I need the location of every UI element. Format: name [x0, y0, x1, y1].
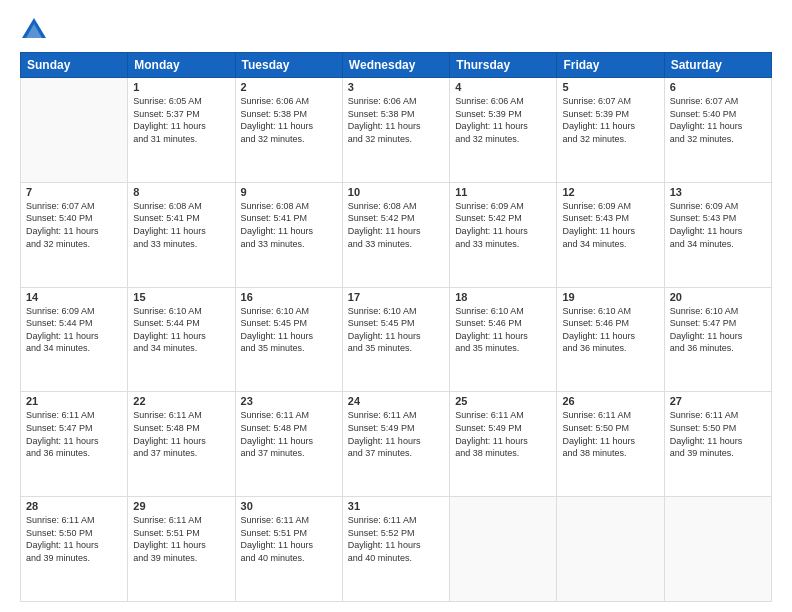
day-number: 21	[26, 395, 122, 407]
calendar-cell: 10Sunrise: 6:08 AM Sunset: 5:42 PM Dayli…	[342, 182, 449, 287]
day-number: 14	[26, 291, 122, 303]
cell-info: Sunrise: 6:05 AM Sunset: 5:37 PM Dayligh…	[133, 95, 229, 145]
day-number: 24	[348, 395, 444, 407]
cell-info: Sunrise: 6:09 AM Sunset: 5:43 PM Dayligh…	[670, 200, 766, 250]
cell-info: Sunrise: 6:10 AM Sunset: 5:44 PM Dayligh…	[133, 305, 229, 355]
cell-info: Sunrise: 6:07 AM Sunset: 5:40 PM Dayligh…	[26, 200, 122, 250]
calendar-cell: 25Sunrise: 6:11 AM Sunset: 5:49 PM Dayli…	[450, 392, 557, 497]
calendar-cell: 13Sunrise: 6:09 AM Sunset: 5:43 PM Dayli…	[664, 182, 771, 287]
day-number: 31	[348, 500, 444, 512]
cell-info: Sunrise: 6:11 AM Sunset: 5:50 PM Dayligh…	[670, 409, 766, 459]
calendar-header-sunday: Sunday	[21, 53, 128, 78]
day-number: 25	[455, 395, 551, 407]
cell-info: Sunrise: 6:10 AM Sunset: 5:46 PM Dayligh…	[455, 305, 551, 355]
cell-info: Sunrise: 6:10 AM Sunset: 5:45 PM Dayligh…	[241, 305, 337, 355]
day-number: 8	[133, 186, 229, 198]
calendar-week-3: 21Sunrise: 6:11 AM Sunset: 5:47 PM Dayli…	[21, 392, 772, 497]
day-number: 12	[562, 186, 658, 198]
day-number: 28	[26, 500, 122, 512]
calendar-cell: 3Sunrise: 6:06 AM Sunset: 5:38 PM Daylig…	[342, 78, 449, 183]
calendar-cell: 4Sunrise: 6:06 AM Sunset: 5:39 PM Daylig…	[450, 78, 557, 183]
page: SundayMondayTuesdayWednesdayThursdayFrid…	[0, 0, 792, 612]
cell-info: Sunrise: 6:08 AM Sunset: 5:42 PM Dayligh…	[348, 200, 444, 250]
calendar-week-2: 14Sunrise: 6:09 AM Sunset: 5:44 PM Dayli…	[21, 287, 772, 392]
logo	[20, 16, 52, 44]
day-number: 9	[241, 186, 337, 198]
calendar-cell: 9Sunrise: 6:08 AM Sunset: 5:41 PM Daylig…	[235, 182, 342, 287]
calendar-cell: 5Sunrise: 6:07 AM Sunset: 5:39 PM Daylig…	[557, 78, 664, 183]
calendar-week-0: 1Sunrise: 6:05 AM Sunset: 5:37 PM Daylig…	[21, 78, 772, 183]
cell-info: Sunrise: 6:09 AM Sunset: 5:42 PM Dayligh…	[455, 200, 551, 250]
cell-info: Sunrise: 6:11 AM Sunset: 5:49 PM Dayligh…	[348, 409, 444, 459]
day-number: 30	[241, 500, 337, 512]
cell-info: Sunrise: 6:09 AM Sunset: 5:44 PM Dayligh…	[26, 305, 122, 355]
cell-info: Sunrise: 6:10 AM Sunset: 5:46 PM Dayligh…	[562, 305, 658, 355]
calendar-cell: 15Sunrise: 6:10 AM Sunset: 5:44 PM Dayli…	[128, 287, 235, 392]
cell-info: Sunrise: 6:11 AM Sunset: 5:48 PM Dayligh…	[241, 409, 337, 459]
day-number: 23	[241, 395, 337, 407]
calendar-cell: 11Sunrise: 6:09 AM Sunset: 5:42 PM Dayli…	[450, 182, 557, 287]
cell-info: Sunrise: 6:10 AM Sunset: 5:47 PM Dayligh…	[670, 305, 766, 355]
calendar-cell: 16Sunrise: 6:10 AM Sunset: 5:45 PM Dayli…	[235, 287, 342, 392]
day-number: 13	[670, 186, 766, 198]
calendar-cell: 14Sunrise: 6:09 AM Sunset: 5:44 PM Dayli…	[21, 287, 128, 392]
cell-info: Sunrise: 6:11 AM Sunset: 5:49 PM Dayligh…	[455, 409, 551, 459]
calendar-cell: 6Sunrise: 6:07 AM Sunset: 5:40 PM Daylig…	[664, 78, 771, 183]
day-number: 7	[26, 186, 122, 198]
calendar-cell: 17Sunrise: 6:10 AM Sunset: 5:45 PM Dayli…	[342, 287, 449, 392]
calendar-header-monday: Monday	[128, 53, 235, 78]
calendar-cell: 2Sunrise: 6:06 AM Sunset: 5:38 PM Daylig…	[235, 78, 342, 183]
calendar-cell: 28Sunrise: 6:11 AM Sunset: 5:50 PM Dayli…	[21, 497, 128, 602]
calendar-cell: 27Sunrise: 6:11 AM Sunset: 5:50 PM Dayli…	[664, 392, 771, 497]
cell-info: Sunrise: 6:07 AM Sunset: 5:40 PM Dayligh…	[670, 95, 766, 145]
cell-info: Sunrise: 6:06 AM Sunset: 5:38 PM Dayligh…	[241, 95, 337, 145]
day-number: 11	[455, 186, 551, 198]
cell-info: Sunrise: 6:09 AM Sunset: 5:43 PM Dayligh…	[562, 200, 658, 250]
day-number: 29	[133, 500, 229, 512]
calendar-cell: 22Sunrise: 6:11 AM Sunset: 5:48 PM Dayli…	[128, 392, 235, 497]
calendar-week-4: 28Sunrise: 6:11 AM Sunset: 5:50 PM Dayli…	[21, 497, 772, 602]
header	[20, 16, 772, 44]
calendar-cell: 23Sunrise: 6:11 AM Sunset: 5:48 PM Dayli…	[235, 392, 342, 497]
cell-info: Sunrise: 6:11 AM Sunset: 5:51 PM Dayligh…	[133, 514, 229, 564]
calendar-cell: 31Sunrise: 6:11 AM Sunset: 5:52 PM Dayli…	[342, 497, 449, 602]
day-number: 20	[670, 291, 766, 303]
logo-icon	[20, 16, 48, 44]
day-number: 19	[562, 291, 658, 303]
cell-info: Sunrise: 6:11 AM Sunset: 5:50 PM Dayligh…	[26, 514, 122, 564]
calendar-week-1: 7Sunrise: 6:07 AM Sunset: 5:40 PM Daylig…	[21, 182, 772, 287]
cell-info: Sunrise: 6:08 AM Sunset: 5:41 PM Dayligh…	[241, 200, 337, 250]
day-number: 26	[562, 395, 658, 407]
calendar-cell	[450, 497, 557, 602]
day-number: 17	[348, 291, 444, 303]
calendar-cell: 7Sunrise: 6:07 AM Sunset: 5:40 PM Daylig…	[21, 182, 128, 287]
calendar-header-row: SundayMondayTuesdayWednesdayThursdayFrid…	[21, 53, 772, 78]
calendar-cell	[21, 78, 128, 183]
day-number: 27	[670, 395, 766, 407]
calendar-cell: 12Sunrise: 6:09 AM Sunset: 5:43 PM Dayli…	[557, 182, 664, 287]
calendar-header-saturday: Saturday	[664, 53, 771, 78]
calendar-cell: 1Sunrise: 6:05 AM Sunset: 5:37 PM Daylig…	[128, 78, 235, 183]
day-number: 18	[455, 291, 551, 303]
cell-info: Sunrise: 6:11 AM Sunset: 5:52 PM Dayligh…	[348, 514, 444, 564]
calendar-header-thursday: Thursday	[450, 53, 557, 78]
cell-info: Sunrise: 6:11 AM Sunset: 5:51 PM Dayligh…	[241, 514, 337, 564]
calendar-table: SundayMondayTuesdayWednesdayThursdayFrid…	[20, 52, 772, 602]
calendar-cell: 19Sunrise: 6:10 AM Sunset: 5:46 PM Dayli…	[557, 287, 664, 392]
cell-info: Sunrise: 6:06 AM Sunset: 5:38 PM Dayligh…	[348, 95, 444, 145]
cell-info: Sunrise: 6:10 AM Sunset: 5:45 PM Dayligh…	[348, 305, 444, 355]
day-number: 5	[562, 81, 658, 93]
day-number: 2	[241, 81, 337, 93]
calendar-header-wednesday: Wednesday	[342, 53, 449, 78]
calendar-cell: 24Sunrise: 6:11 AM Sunset: 5:49 PM Dayli…	[342, 392, 449, 497]
calendar-cell: 20Sunrise: 6:10 AM Sunset: 5:47 PM Dayli…	[664, 287, 771, 392]
calendar-header-tuesday: Tuesday	[235, 53, 342, 78]
calendar-header-friday: Friday	[557, 53, 664, 78]
day-number: 3	[348, 81, 444, 93]
day-number: 10	[348, 186, 444, 198]
day-number: 16	[241, 291, 337, 303]
day-number: 22	[133, 395, 229, 407]
day-number: 1	[133, 81, 229, 93]
calendar-cell: 21Sunrise: 6:11 AM Sunset: 5:47 PM Dayli…	[21, 392, 128, 497]
calendar-cell	[557, 497, 664, 602]
